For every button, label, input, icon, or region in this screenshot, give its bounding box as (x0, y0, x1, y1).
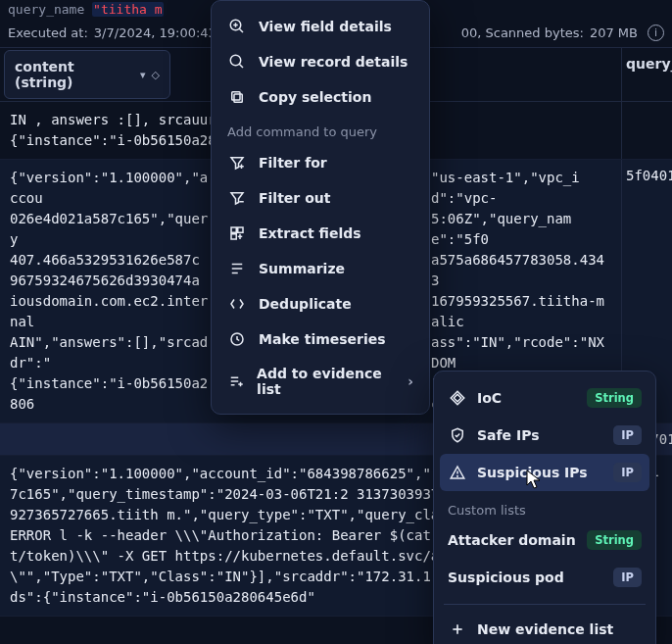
svg-rect-6 (234, 94, 242, 102)
ctx-filter-for[interactable]: Filter for (212, 145, 429, 180)
sub-label: Attacker domain (448, 532, 576, 548)
ctx-dedup[interactable]: Deduplicate (212, 286, 429, 322)
magnify-icon (227, 53, 247, 71)
sub-ioc[interactable]: IoC String (434, 379, 655, 417)
plus-icon (448, 621, 467, 637)
alert-triangle-icon (448, 464, 467, 481)
column-header-content[interactable]: content (string) ▾ ◇ (4, 50, 170, 99)
type-badge: IP (613, 425, 642, 445)
filter-out-icon (227, 189, 247, 207)
list-add-icon (227, 372, 245, 390)
ctx-add-evidence[interactable]: Add to evidence list › (212, 357, 429, 406)
sort-icon: ◇ (152, 70, 160, 80)
sub-safe-ips[interactable]: Safe IPs IP (434, 417, 655, 454)
ctx-filter-out[interactable]: Filter out (212, 180, 429, 216)
svg-point-4 (230, 55, 241, 66)
ctx-label: View field details (259, 19, 392, 34)
shield-check-icon (448, 426, 467, 444)
chevron-down-icon: ▾ (140, 70, 146, 80)
ctx-label: Extract fields (259, 225, 361, 241)
ctx-label: Summarize (259, 261, 345, 276)
context-menu: View field details View record details C… (211, 0, 430, 415)
sub-attacker-domain[interactable]: Attacker domain String (434, 521, 655, 559)
filter-for-icon (227, 154, 247, 172)
ctx-extract[interactable]: Extract fields (212, 216, 429, 251)
sub-label: Suspicious IPs (477, 465, 588, 480)
magnify-plus-icon (227, 18, 247, 35)
clock-icon (227, 330, 247, 348)
summarize-icon (227, 260, 247, 277)
ctx-view-record[interactable]: View record details (212, 44, 429, 79)
sub-suspicious-pod[interactable]: Suspicious pod IP (434, 559, 655, 596)
copy-icon (227, 88, 247, 106)
ctx-label: Make timeseries (259, 331, 386, 347)
ctx-label: Copy selection (259, 89, 371, 105)
ctx-label: Add to evidence list (257, 366, 396, 397)
ctx-view-field[interactable]: View field details (212, 9, 429, 44)
ctx-label: View record details (259, 54, 408, 70)
chevron-right-icon: › (408, 373, 413, 389)
ctx-copy[interactable]: Copy selection (212, 79, 429, 115)
ctx-timeseries[interactable]: Make timeseries (212, 322, 429, 357)
svg-line-5 (239, 64, 243, 68)
sub-suspicious-ips[interactable]: Suspicious IPs IP (440, 454, 649, 491)
evidence-submenu: IoC String Safe IPs IP Suspicious IPs IP… (433, 371, 656, 644)
diamond-icon (448, 389, 467, 407)
ctx-label: Filter out (259, 190, 330, 206)
type-badge: IP (613, 463, 642, 482)
type-badge: String (587, 530, 642, 550)
svg-rect-12 (238, 227, 243, 232)
ctx-label: Deduplicate (259, 296, 352, 312)
sub-new-list[interactable]: New evidence list (434, 613, 655, 644)
type-badge: String (587, 388, 642, 408)
divider (444, 604, 646, 605)
ctx-section: Add command to query (212, 115, 429, 145)
extract-icon (227, 224, 247, 242)
sub-label: Suspicious pod (448, 570, 564, 585)
svg-line-3 (239, 28, 243, 32)
svg-rect-11 (231, 227, 236, 232)
ctx-summarize[interactable]: Summarize (212, 251, 429, 286)
type-badge: IP (613, 568, 642, 587)
dedup-icon (227, 295, 247, 313)
sub-label: Safe IPs (477, 427, 540, 443)
sub-section-custom: Custom lists (434, 491, 655, 521)
sub-label: New evidence list (477, 621, 613, 637)
info-icon[interactable]: i (648, 25, 664, 41)
svg-rect-13 (231, 234, 236, 239)
svg-point-26 (457, 475, 458, 476)
cell-query (621, 102, 672, 159)
ctx-label: Filter for (259, 155, 327, 171)
column-header-query[interactable]: query_ (621, 48, 672, 101)
column-label: content (string) (15, 59, 134, 90)
sub-label: IoC (477, 390, 502, 406)
svg-rect-7 (232, 92, 240, 100)
